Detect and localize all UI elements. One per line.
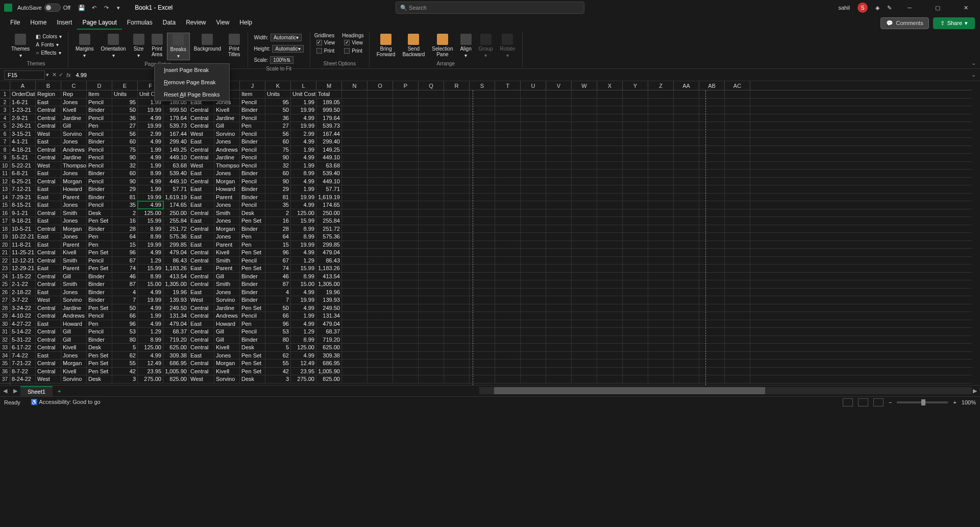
cell[interactable] <box>725 194 750 201</box>
cell[interactable] <box>648 280 674 288</box>
cell[interactable]: 131.34 <box>163 312 189 320</box>
cell[interactable] <box>572 328 597 336</box>
cell[interactable] <box>623 312 648 320</box>
cell[interactable] <box>699 162 725 170</box>
cell[interactable] <box>623 289 648 296</box>
cell[interactable]: 1-23-21 <box>10 106 36 114</box>
cell[interactable] <box>546 233 572 241</box>
cell[interactable]: 68.37 <box>163 328 189 336</box>
cell[interactable] <box>393 178 419 185</box>
cell[interactable] <box>546 185 572 193</box>
cell[interactable] <box>419 114 444 122</box>
cell[interactable] <box>623 375 648 383</box>
share-button[interactable]: ⇪ Share ▾ <box>933 17 975 29</box>
page-layout-view-button[interactable] <box>858 398 868 406</box>
cell[interactable] <box>648 106 674 114</box>
cell[interactable] <box>342 170 368 177</box>
cell[interactable]: 4-10-22 <box>10 312 36 320</box>
cell[interactable]: West <box>189 162 214 170</box>
row-header-7[interactable]: 7 <box>0 138 10 146</box>
cell[interactable] <box>419 90 444 98</box>
cell[interactable]: East <box>189 233 214 241</box>
cell[interactable] <box>444 249 470 256</box>
cell[interactable]: Jardine <box>61 154 87 161</box>
cell[interactable]: 64 <box>112 233 138 241</box>
menu-file[interactable]: File <box>5 16 25 30</box>
cell[interactable]: Jones <box>61 201 87 209</box>
cell[interactable]: Binder <box>87 289 112 296</box>
cell[interactable] <box>699 249 725 256</box>
cell[interactable]: West <box>36 162 61 170</box>
cell[interactable]: OrderDate <box>10 90 36 98</box>
cell[interactable] <box>368 312 393 320</box>
cell[interactable] <box>597 233 623 241</box>
col-header-S[interactable]: S <box>470 81 495 90</box>
cell[interactable] <box>648 162 674 170</box>
cell[interactable] <box>342 336 368 344</box>
cell[interactable] <box>393 138 419 146</box>
cell[interactable] <box>623 170 648 177</box>
cell[interactable] <box>597 114 623 122</box>
cell[interactable]: 1.29 <box>291 257 316 265</box>
row-header-1[interactable]: 1 <box>0 90 10 99</box>
cell[interactable]: 479.04 <box>316 249 342 256</box>
cell[interactable]: 87 <box>112 280 138 288</box>
cell[interactable] <box>393 289 419 296</box>
cell[interactable]: Sorvino <box>61 130 87 138</box>
cell[interactable] <box>699 289 725 296</box>
cell[interactable]: 5-14-22 <box>10 328 36 336</box>
cell[interactable] <box>674 296 699 304</box>
cell[interactable] <box>419 233 444 241</box>
cell[interactable]: 95 <box>112 99 138 106</box>
cell[interactable] <box>368 106 393 114</box>
cell[interactable]: Gill <box>61 328 87 336</box>
row-header-23[interactable]: 23 <box>0 265 10 273</box>
cell[interactable]: Central <box>189 106 214 114</box>
cell[interactable]: 3-15-21 <box>10 130 36 138</box>
cell[interactable] <box>699 201 725 209</box>
cell[interactable]: East <box>36 217 61 225</box>
cell[interactable] <box>597 289 623 296</box>
cell[interactable] <box>393 185 419 193</box>
cell[interactable] <box>597 257 623 265</box>
user-name[interactable]: sahil <box>838 5 850 11</box>
cell[interactable]: East <box>36 289 61 296</box>
cell[interactable] <box>572 265 597 272</box>
cell[interactable]: Unit Cost <box>291 90 316 98</box>
cell[interactable]: 15 <box>112 241 138 249</box>
cell[interactable]: 149.25 <box>316 146 342 154</box>
cell[interactable] <box>495 360 521 367</box>
cell[interactable] <box>699 114 725 122</box>
cell[interactable]: Morgan <box>61 178 87 185</box>
cell[interactable] <box>546 209 572 217</box>
cell[interactable] <box>495 280 521 288</box>
cell[interactable] <box>495 106 521 114</box>
cell[interactable] <box>648 249 674 256</box>
cell[interactable]: Thompson <box>214 162 240 170</box>
cell[interactable] <box>368 162 393 170</box>
cell[interactable] <box>521 233 546 241</box>
gridlines-view-checkbox[interactable]: View <box>314 39 337 46</box>
cell[interactable] <box>546 146 572 154</box>
cell[interactable] <box>648 368 674 375</box>
cell[interactable] <box>495 122 521 130</box>
cell[interactable] <box>368 225 393 233</box>
cell[interactable]: Pen Set <box>240 304 265 312</box>
cell[interactable]: 5 <box>112 344 138 351</box>
cell[interactable]: Pen Set <box>240 217 265 225</box>
cell[interactable]: Binder <box>240 106 265 114</box>
cell[interactable] <box>623 106 648 114</box>
cell[interactable]: 29 <box>265 185 291 193</box>
cell[interactable] <box>623 130 648 138</box>
cell[interactable] <box>725 375 750 383</box>
cell[interactable] <box>521 249 546 256</box>
cell[interactable]: 251.72 <box>316 225 342 233</box>
cell[interactable] <box>546 170 572 177</box>
horizontal-scrollbar[interactable] <box>479 387 972 394</box>
cell[interactable] <box>342 328 368 336</box>
cell[interactable] <box>546 225 572 233</box>
cell[interactable] <box>444 280 470 288</box>
cell[interactable] <box>393 304 419 312</box>
cell[interactable] <box>546 296 572 304</box>
cell[interactable] <box>699 178 725 185</box>
